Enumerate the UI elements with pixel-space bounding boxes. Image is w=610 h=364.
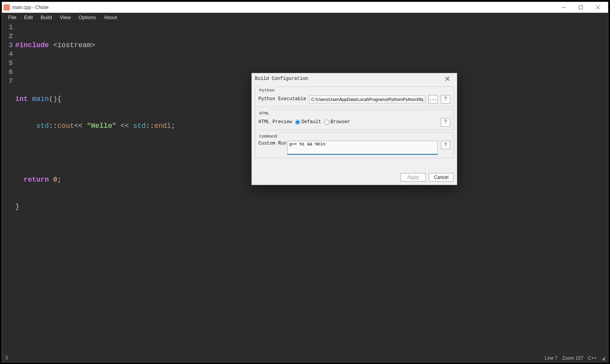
- token-keyword: int: [15, 95, 28, 103]
- token-ident: cout: [57, 122, 74, 130]
- token-punct: ;: [171, 122, 175, 130]
- help-button-python[interactable]: ?: [441, 95, 450, 104]
- token-punct: }: [15, 203, 19, 210]
- code-editor[interactable]: 1 2 3 4 5 6 7 #include <iostream> int ma…: [2, 22, 608, 353]
- line-number: 4: [2, 50, 13, 59]
- line-gutter: 1 2 3 4 5 6 7: [2, 22, 15, 353]
- token-punct: ::: [49, 122, 57, 130]
- statusbar-line: Line 7: [545, 355, 558, 361]
- python-exec-input[interactable]: [309, 95, 425, 103]
- browse-button[interactable]: ...: [428, 95, 438, 104]
- token-punct: ::: [146, 122, 154, 130]
- line-number: 6: [2, 68, 13, 77]
- python-exec-label: Python Executable: [258, 95, 306, 104]
- token-plain: <iostream>: [49, 41, 95, 49]
- radio-browser-wrap[interactable]: Browser: [324, 118, 350, 127]
- app-window: main.cpp - CNote File Edit Build View Op…: [2, 2, 608, 362]
- group-python-legend: Python: [258, 86, 276, 95]
- menu-options[interactable]: Options: [74, 13, 100, 21]
- radio-default-label: Default: [301, 118, 321, 127]
- maximize-button[interactable]: [572, 2, 589, 13]
- token-op: <<: [116, 122, 133, 130]
- close-icon: [596, 5, 600, 9]
- token-ns: std: [133, 122, 146, 130]
- line-number: 2: [2, 32, 13, 41]
- statusbar-zoom: Zoom 157: [562, 355, 583, 361]
- token-indent: [15, 122, 36, 130]
- token-space: [49, 176, 53, 184]
- help-button-html[interactable]: ?: [441, 118, 450, 127]
- dialog-close-button[interactable]: [441, 74, 454, 83]
- menu-view[interactable]: View: [56, 13, 74, 21]
- apply-button[interactable]: Apply: [401, 173, 426, 182]
- menu-file[interactable]: File: [4, 13, 20, 21]
- token-ident: main: [32, 95, 49, 103]
- token-keyword: #include: [15, 41, 49, 49]
- group-html: HTML HTML Preview Default Browser ?: [255, 110, 454, 130]
- close-button[interactable]: [589, 2, 606, 13]
- statusbar-resize-grip-icon[interactable]: ◢: [601, 355, 605, 361]
- build-config-dialog: Build Configuration Python Python Execut…: [251, 73, 457, 185]
- token-keyword: return: [24, 176, 49, 184]
- menu-build[interactable]: Build: [37, 13, 56, 21]
- dialog-footer: Apply Cancel: [252, 170, 457, 185]
- line-number: 1: [2, 23, 13, 32]
- statusbar-lang: C++: [588, 355, 597, 361]
- minimize-icon: [562, 5, 566, 9]
- line-number: 7: [2, 77, 13, 86]
- radio-browser-label: Browser: [331, 118, 350, 127]
- token-string: "Hello": [87, 122, 117, 130]
- dialog-body: Python Python Executable ... ? HTML HTML…: [252, 84, 457, 170]
- token-punct: ;: [57, 176, 62, 184]
- group-python: Python Python Executable ... ?: [255, 87, 454, 107]
- radio-browser[interactable]: [324, 120, 329, 125]
- line-number: 5: [2, 59, 13, 68]
- help-button-command[interactable]: ?: [441, 141, 450, 149]
- custom-run-label: Custom Run Command: [258, 141, 284, 146]
- minimize-button[interactable]: [555, 2, 572, 13]
- statusbar-grip-icon: ⠿: [5, 355, 9, 361]
- statusbar: ⠿ Line 7 Zoom 157 C++ ◢: [2, 353, 608, 362]
- line-number: 3: [2, 41, 13, 50]
- custom-run-input[interactable]: [287, 141, 438, 155]
- code-area[interactable]: #include <iostream> int main(){ std::cou…: [15, 22, 175, 353]
- token-ns: std: [36, 122, 49, 130]
- dialog-titlebar[interactable]: Build Configuration: [252, 73, 457, 84]
- app-icon: [4, 4, 10, 11]
- cancel-button[interactable]: Cancel: [429, 173, 454, 182]
- group-html-legend: HTML: [258, 109, 271, 118]
- menubar: File Edit Build View Options About: [2, 13, 608, 22]
- window-title: main.cpp - CNote: [12, 5, 555, 10]
- html-preview-label: HTML Preview: [258, 118, 292, 127]
- maximize-icon: [579, 5, 583, 9]
- svg-rect-0: [579, 5, 583, 9]
- token-number: 0: [53, 176, 57, 184]
- radio-default-wrap[interactable]: Default: [295, 118, 321, 127]
- radio-default[interactable]: [295, 120, 300, 125]
- group-command: Command Custom Run Command ?: [255, 133, 454, 158]
- titlebar: main.cpp - CNote: [2, 2, 608, 13]
- dialog-title: Build Configuration: [255, 74, 441, 83]
- token-punct: (){: [49, 95, 61, 103]
- menu-edit[interactable]: Edit: [20, 13, 37, 21]
- group-command-legend: Command: [258, 132, 279, 141]
- token-op: <<: [74, 122, 87, 130]
- close-icon: [446, 77, 449, 81]
- token-indent: [15, 176, 24, 184]
- token-ident: endl: [154, 122, 171, 130]
- menu-about[interactable]: About: [100, 13, 121, 21]
